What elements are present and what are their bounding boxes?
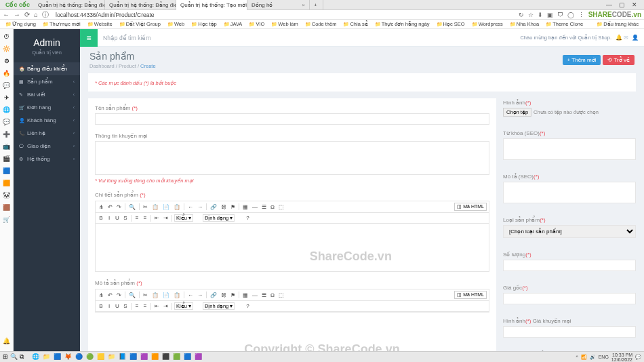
rail-icon[interactable]: ➕ [3, 131, 10, 138]
bookmark-item[interactable]: Ứng dụng [3, 21, 39, 27]
rte-tool[interactable]: 📋 [150, 291, 160, 299]
rte-tool[interactable]: 🔗 [209, 291, 218, 299]
clock-time[interactable]: 10:33 PM [611, 353, 632, 357]
images-input[interactable] [503, 326, 636, 338]
rte-tool[interactable]: → [196, 203, 204, 211]
rte-tool[interactable]: ☰ [260, 203, 268, 211]
search-input[interactable]: Nhập để tìm kiếm [98, 35, 520, 41]
taskbar-app[interactable]: 🟨 [96, 353, 105, 361]
sidebar-item[interactable]: 🏠Bảng điều khiển [14, 62, 80, 75]
bookmark-item[interactable]: Code thêm [302, 21, 340, 27]
rte-tool[interactable]: Ω [269, 291, 276, 299]
close-icon[interactable]: ✕ [632, 1, 637, 8]
sidebar-item[interactable]: ▦Sản phẩm‹ [14, 75, 80, 88]
wifi-icon[interactable]: 📶 [581, 355, 587, 360]
video-icon[interactable]: ▣ [547, 12, 553, 18]
rail-icon[interactable]: 🌐 [3, 106, 10, 113]
rte-tool[interactable]: ⚑ [229, 203, 237, 211]
bookmark-item[interactable]: Thực đơn hằng ngày [372, 21, 432, 27]
rte-tool[interactable]: S [122, 214, 129, 222]
rail-icon[interactable]: 🐼 [3, 192, 10, 199]
rte-tool[interactable]: ⇤ [153, 214, 161, 222]
rte-body[interactable] [96, 224, 489, 271]
taskview-icon[interactable]: ⧉ [20, 353, 24, 361]
rte-tool[interactable]: I [106, 302, 113, 310]
rte-tool[interactable]: ⬚ [277, 203, 285, 211]
rte-dropdown[interactable]: Kiểu ▾ [174, 214, 193, 222]
browser-tab-2[interactable]: Quản trị hệ thống: Tạo mới× [176, 0, 247, 10]
taskbar-app[interactable]: 🟩 [172, 353, 181, 361]
bookmark-item[interactable]: Thư mục mới [40, 21, 83, 27]
rte-tool[interactable]: 🔍 [127, 203, 137, 211]
rail-icon[interactable]: 🔆 [3, 45, 10, 52]
rail-icon[interactable]: 🎬 [3, 155, 10, 162]
bookmark-item[interactable]: Website [85, 21, 115, 27]
rail-icon[interactable]: ⚙ [4, 58, 9, 64]
rte-tool[interactable]: ≡ [134, 214, 140, 222]
mail-icon[interactable]: ✉ [624, 35, 630, 41]
taskbar-app[interactable]: 🟦 [128, 353, 138, 361]
sidebar-item[interactable]: ✎Bài viết‹ [14, 88, 80, 101]
rte-tool[interactable]: ↷ [115, 203, 123, 211]
help-icon[interactable]: ? [244, 302, 251, 310]
rte-dropdown[interactable]: Định dạng ▾ [203, 302, 235, 310]
taskbar-app[interactable]: 🔵 [74, 353, 83, 361]
rte-tool[interactable]: ☰ [260, 291, 268, 299]
rte-tool[interactable]: B [98, 214, 104, 222]
bookmark-item[interactable]: Chia sẻ [340, 21, 370, 27]
sidebar-item[interactable]: ⚙Hệ thống‹ [14, 153, 80, 165]
taskbar-app[interactable]: 🟪 [193, 353, 203, 361]
home-icon[interactable]: ⌂ [34, 11, 38, 18]
rte-tool[interactable]: U [114, 214, 121, 222]
rte-tool[interactable]: — [251, 203, 259, 211]
rte-tool[interactable]: 📄 [161, 203, 171, 211]
star-icon[interactable]: ☆ [528, 12, 534, 18]
rte-tool[interactable]: ⬚ [277, 291, 285, 299]
browser-tab-1[interactable]: Quản trị hệ thống: Bảng điề…× [105, 0, 176, 10]
sidebar-item[interactable]: 📞Liên hệ‹ [14, 127, 80, 140]
name-input[interactable] [95, 113, 489, 125]
rte-tool[interactable]: ▦ [241, 203, 249, 211]
user-icon[interactable]: ◯ [567, 12, 574, 18]
category-select[interactable]: [Chọn loại sản phẩm] [503, 225, 636, 238]
rte-tool[interactable]: 🔍 [127, 291, 137, 299]
reload-icon[interactable]: ⟳ [24, 11, 30, 18]
rte-tool[interactable]: ⇤ [153, 302, 161, 310]
rte-tool[interactable]: ⋔ [98, 203, 105, 211]
rte-tool[interactable]: ← [186, 291, 195, 299]
seo-kw-input[interactable] [503, 138, 636, 160]
rail-icon[interactable]: ✈ [4, 94, 9, 101]
bookmark-item[interactable]: VIO [246, 21, 267, 27]
rail-icon[interactable]: 🛒 [3, 216, 10, 223]
url-input[interactable]: localhost:44336/Admin/Product/Create [53, 12, 515, 18]
rte-dropdown[interactable]: Định dạng ▾ [203, 214, 235, 222]
taskbar-app[interactable]: 🟦 [182, 353, 192, 361]
rte-tool[interactable]: ⇥ [162, 214, 169, 222]
qty-input[interactable] [503, 260, 636, 271]
rte-tool[interactable]: I [106, 214, 113, 222]
bookmark-item[interactable]: Web [165, 21, 187, 27]
taskbar-app[interactable]: 🟪 [139, 353, 148, 361]
rte-source-button[interactable]: ◫ Mã HTML [454, 203, 487, 211]
rte-tool[interactable]: ✂ [142, 203, 149, 211]
taskbar-app[interactable]: 📘 [117, 353, 127, 361]
seo-desc-input[interactable] [503, 182, 636, 203]
rail-icon[interactable]: 🟦 [3, 167, 10, 174]
rte-tool[interactable]: ⚑ [229, 291, 237, 299]
back-button[interactable]: ⟲ Trở về [603, 55, 635, 65]
rte-tool[interactable]: ↶ [106, 203, 114, 211]
rte-tool[interactable]: B [98, 302, 104, 310]
sidebar-item[interactable]: 👤Khách hàng‹ [14, 114, 80, 127]
taskbar-app[interactable]: 🌐 [31, 353, 40, 361]
rte-tool[interactable]: ↶ [106, 291, 114, 299]
back-icon[interactable]: ← [3, 11, 9, 18]
rte-tool[interactable]: — [251, 291, 259, 299]
hamburger-icon[interactable]: ≡ [80, 29, 98, 47]
sidebar-item[interactable]: 🖵Giao diện‹ [14, 140, 80, 153]
sidebar-item[interactable]: 🛒Đơn hàng‹ [14, 101, 80, 114]
rte-tool[interactable]: 📋 [150, 203, 160, 211]
tray-icon[interactable]: ^ [576, 355, 578, 359]
rte-tool[interactable]: 🔗 [209, 203, 218, 211]
taskbar-app[interactable]: 🦊 [63, 353, 73, 361]
download-icon[interactable]: ⬇ [538, 12, 543, 18]
